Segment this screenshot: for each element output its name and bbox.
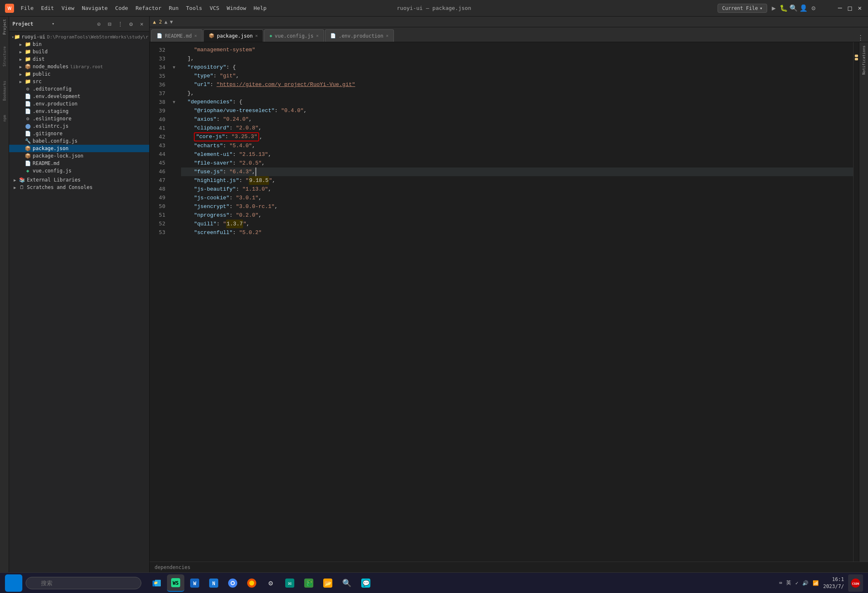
eslintrc-icon: ⬤ xyxy=(24,123,31,129)
tree-package-json[interactable]: ▶ 📦 package.json xyxy=(9,145,149,152)
profile-button[interactable]: 👤 xyxy=(800,5,807,12)
dots-button[interactable]: ⋮ xyxy=(116,20,124,28)
menu-run[interactable]: Run xyxy=(166,4,182,12)
wifi-icon[interactable]: 📶 xyxy=(813,580,819,586)
locate-file-button[interactable]: ⊙ xyxy=(95,20,103,28)
npm-strip-label[interactable]: npm xyxy=(2,115,7,122)
code-line-43: "echarts": "5.4.0", xyxy=(181,141,853,150)
tab-env-production[interactable]: 📄 .env.production × xyxy=(325,29,394,42)
settings-button[interactable]: ⚙ xyxy=(810,5,817,12)
scrollbar-gutter[interactable] xyxy=(853,42,859,562)
code-line-52: "quill": "1.3.7", xyxy=(181,220,853,228)
tree-readme[interactable]: ▶ 📄 README.md xyxy=(9,160,149,167)
gitignore-label: .gitignore xyxy=(33,131,62,136)
menu-vcs[interactable]: VCS xyxy=(206,4,222,12)
menu-edit[interactable]: Edit xyxy=(38,4,57,12)
tree-public[interactable]: ▶ 📁 public xyxy=(9,70,149,78)
sidebar-header: Project ▾ ⊙ ⊟ ⋮ ⚙ × xyxy=(9,17,149,31)
taskbar-explorer[interactable]: 📁 xyxy=(148,574,165,592)
taskbar-firefox[interactable] xyxy=(243,574,260,592)
vue-config-tab-close[interactable]: × xyxy=(316,33,319,38)
env-prod-tab-close[interactable]: × xyxy=(386,33,389,38)
tree-gitignore[interactable]: ▶ 📄 .gitignore xyxy=(9,130,149,137)
fold-34[interactable]: ▼ xyxy=(170,63,178,72)
menu-window[interactable]: Window xyxy=(224,4,250,12)
taskbar-app-12[interactable]: 💬 xyxy=(357,574,374,592)
tree-external-libs[interactable]: ▶ 📚 External Libraries xyxy=(9,176,149,184)
menu-refactor[interactable]: Refactor xyxy=(132,4,165,12)
code-line-51: "nprogress": "0.2.0", xyxy=(181,211,853,220)
taskbar-app-10[interactable]: 📂 xyxy=(319,574,336,592)
tree-eslintrc[interactable]: ▶ ⬤ .eslintrc.js xyxy=(9,122,149,130)
bookmarks-strip-label[interactable]: Bookmarks xyxy=(2,81,7,101)
menu-code[interactable]: Code xyxy=(112,4,131,12)
csdn-button[interactable]: CSDN xyxy=(848,574,863,592)
taskbar-notepad[interactable]: N xyxy=(205,574,222,592)
menu-tools[interactable]: Tools xyxy=(183,4,205,12)
maximize-button[interactable]: □ xyxy=(847,5,853,12)
tree-dist[interactable]: ▶ 📁 dist xyxy=(9,55,149,63)
menu-help[interactable]: Help xyxy=(250,4,270,12)
warning-up-arrow[interactable]: ▲ xyxy=(165,19,167,25)
tree-node-modules[interactable]: ▶ 📦 node_modules library.root xyxy=(9,63,149,70)
tab-readme[interactable]: 📄 README.md × xyxy=(151,29,203,42)
tree-eslintignore[interactable]: ▶ ⚙ .eslintignore xyxy=(9,115,149,122)
tree-build[interactable]: ▶ 📁 build xyxy=(9,48,149,55)
tree-bin[interactable]: ▶ 📁 bin xyxy=(9,41,149,48)
taskbar-word[interactable]: W xyxy=(186,574,203,592)
project-strip-label[interactable]: Project xyxy=(2,19,7,35)
menu-view[interactable]: View xyxy=(58,4,78,12)
dist-icon: 📁 xyxy=(24,56,31,62)
taskbar-app-11[interactable]: 🔍 xyxy=(338,574,355,592)
minimize-button[interactable]: ─ xyxy=(837,5,843,12)
readme-icon: 📄 xyxy=(24,160,31,166)
code-line-37: }, xyxy=(181,89,853,98)
tree-scratches[interactable]: ▶ 🗒 Scratches and Consoles xyxy=(9,184,149,191)
search-everywhere-button[interactable]: 🔍 xyxy=(790,5,797,12)
readme-label: README.md xyxy=(33,160,60,166)
tree-vue-config[interactable]: ▶ ◆ vue.config.js xyxy=(9,167,149,175)
collapse-all-button[interactable]: ⊟ xyxy=(105,20,114,28)
volume-icon[interactable]: 🔊 xyxy=(802,580,808,586)
settings-tree-button[interactable]: ⚙ xyxy=(127,20,135,28)
code-area[interactable]: "management-system" ], "repository": { "… xyxy=(178,42,853,562)
warning-bar: ▲ 2 ▲ ▼ xyxy=(150,17,868,27)
tree-editorconfig[interactable]: ▶ ⚙ .editorconfig xyxy=(9,85,149,93)
svg-rect-3 xyxy=(14,579,17,583)
tab-vue-config[interactable]: ◆ vue.config.js × xyxy=(264,29,324,42)
tree-package-lock[interactable]: ▶ 📦 package-lock.json xyxy=(9,152,149,160)
fold-38[interactable]: ▼ xyxy=(170,98,178,106)
bin-label: bin xyxy=(33,41,42,47)
tab-package-json[interactable]: 📦 package.json × xyxy=(203,29,263,42)
vue-config-tab-label: vue.config.js xyxy=(275,33,314,39)
tree-src[interactable]: ▶ 📁 src xyxy=(9,78,149,85)
tabs-list-button[interactable]: ⋮ xyxy=(857,34,864,42)
notifications-label[interactable]: Notifications xyxy=(862,45,866,74)
tree-root[interactable]: ▾ 📁 ruoyi-ui D:\ProgramTools\WebStormWor… xyxy=(9,33,149,41)
taskbar-webstorm[interactable]: WS xyxy=(167,574,184,592)
tree-env-prod[interactable]: ▶ 📄 .env.production xyxy=(9,100,149,108)
taskbar-app-9[interactable]: 🐉 xyxy=(300,574,317,592)
taskbar-app-8[interactable]: ✉ xyxy=(281,574,298,592)
bin-icon: 📁 xyxy=(24,41,31,47)
ime-indicator[interactable]: 英 xyxy=(786,579,791,586)
taskbar-chrome[interactable] xyxy=(224,574,241,592)
svg-text:W: W xyxy=(7,6,12,11)
current-file-button[interactable]: Current File ▾ xyxy=(718,4,767,13)
debug-button[interactable]: 🐛 xyxy=(780,5,787,12)
warning-down-arrow[interactable]: ▼ xyxy=(170,19,173,25)
start-button[interactable] xyxy=(5,574,22,592)
close-button[interactable]: × xyxy=(856,5,863,12)
menu-navigate[interactable]: Navigate xyxy=(79,4,111,12)
tree-env-staging[interactable]: ▶ 📄 .env.staging xyxy=(9,108,149,115)
package-json-tab-close[interactable]: × xyxy=(255,33,258,38)
tree-env-dev[interactable]: ▶ 📄 .env.development xyxy=(9,93,149,100)
readme-tab-close[interactable]: × xyxy=(194,33,197,38)
tree-babel[interactable]: ▶ 🔧 babel.config.js xyxy=(9,137,149,145)
close-sidebar-button[interactable]: × xyxy=(138,20,146,28)
taskbar-app-7[interactable]: ⚙ xyxy=(262,574,279,592)
taskbar-search-input[interactable] xyxy=(26,577,141,589)
run-button[interactable]: ▶ xyxy=(770,5,777,12)
structure-strip-label[interactable]: Structure xyxy=(2,46,7,67)
menu-file[interactable]: File xyxy=(17,4,37,12)
